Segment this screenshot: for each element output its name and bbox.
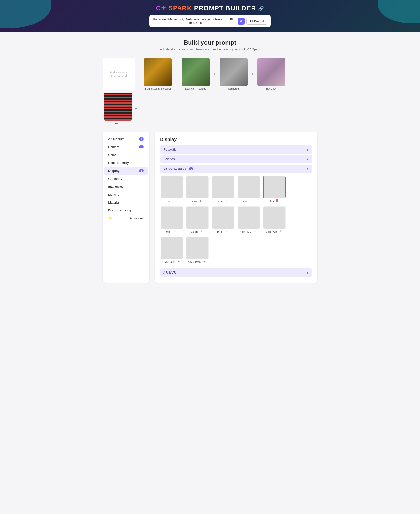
- card-label-6bit: 6-bit: [270, 200, 275, 202]
- prompt-image-card-2: Dashcam-Footage: [180, 58, 211, 90]
- thumb-2bit: [186, 176, 209, 198]
- chevron-down-icon-bit: ▼: [306, 167, 309, 170]
- prompt-image-card-3: Schlieren: [218, 58, 249, 90]
- prompt-bar-text: Illuminated Manuscript, Dashcam-Footage,…: [153, 17, 236, 24]
- sidebar-item-art-medium[interactable]: Art Medium 1: [104, 135, 148, 143]
- prompt-image-card-5: 6-bit: [103, 93, 133, 125]
- card-label-8bit-rgb: 8-bit RGB: [266, 230, 277, 233]
- accordion-header-ar-vr[interactable]: AR & VR ▲: [160, 268, 312, 277]
- card-footer-12bit-rgb: 12-bit RGB +: [160, 259, 183, 264]
- sidebar-item-camera[interactable]: Camera 3: [104, 143, 148, 151]
- add-btn-3[interactable]: +: [249, 71, 256, 77]
- title-cf: C✦: [156, 4, 166, 12]
- sidebar-label-color: Color: [108, 153, 116, 157]
- chevron-up-icon: ▲: [306, 148, 309, 151]
- accordion-header-bit-architectures[interactable]: Bit Architectures 1 ▼: [160, 165, 312, 173]
- add-btn-2[interactable]: +: [211, 71, 218, 77]
- add-btn-1[interactable]: +: [174, 71, 180, 77]
- add-btn-12bit-rgb[interactable]: +: [176, 259, 181, 264]
- initial-prompt-box[interactable]: Add your initial prompt here!: [103, 58, 135, 90]
- sidebar-label-post-processing: Post-processing: [108, 209, 131, 212]
- bit-card-8bit: 8-bit +: [160, 206, 183, 234]
- prompt-image-card-1: Illuminated Manuscript: [143, 58, 173, 90]
- thumb-4bit: [238, 176, 260, 198]
- card-label-3bit: 3-bit: [218, 200, 222, 203]
- add-btn-4bit[interactable]: +: [250, 198, 254, 203]
- sidebar-item-advanced[interactable]: ✨ Advanced: [104, 214, 148, 222]
- image-label-5: 6-bit: [115, 122, 120, 125]
- prompt-button[interactable]: 🖼 Prompt: [246, 18, 267, 24]
- card-label-1bit: 1-bit: [166, 200, 171, 203]
- accordion-palettes: Palettes ▲: [160, 155, 312, 163]
- prompt-button-label: Prompt: [254, 19, 264, 23]
- sidebar-label-lighting: Lighting: [108, 193, 119, 196]
- copy-button[interactable]: ⧉: [238, 18, 245, 24]
- page-title: Build your prompt: [103, 39, 317, 46]
- sidebar-item-lighting[interactable]: Lighting: [104, 191, 148, 198]
- image-6bit: [104, 93, 132, 121]
- add-btn-16bit[interactable]: +: [225, 229, 229, 234]
- app-title: C✦ SPARK PROMPT BUILDER 🔗: [0, 4, 420, 12]
- card-label-4bit-rgb: 4-bit RGB: [240, 230, 251, 233]
- thumb-12bit-rgb: [161, 237, 183, 259]
- sidebar: Art Medium 1 Camera 3 Color Dimensionali…: [103, 132, 149, 283]
- thumb-8bit: [161, 206, 183, 229]
- accordion-ar-vr: AR & VR ▲: [160, 268, 312, 277]
- image-illuminated: [144, 58, 172, 86]
- add-btn-3bit[interactable]: +: [224, 198, 229, 203]
- display-panel: Display Resolution ▲ Palettes ▲ Bit Arch…: [155, 132, 317, 283]
- sidebar-item-color[interactable]: Color: [104, 151, 148, 159]
- bit-card-16bit: 16-bit +: [211, 206, 235, 234]
- sidebar-item-dimensionality[interactable]: Dimensionality: [104, 159, 148, 167]
- thumb-3bit: [212, 176, 234, 198]
- bit-card-12bit: 12-bit +: [186, 206, 209, 234]
- card-label-2bit: 2-bit: [192, 200, 197, 203]
- thumb-12bit: [186, 206, 209, 229]
- card-label-16bit: 16-bit: [217, 230, 223, 233]
- sidebar-item-material[interactable]: Material: [104, 199, 148, 206]
- sidebar-label-display: Display: [108, 169, 120, 173]
- sidebar-label-art-medium: Art Medium: [108, 137, 124, 141]
- accordion-label-bit-architectures: Bit Architectures 1: [163, 167, 194, 170]
- add-btn-8bit[interactable]: +: [173, 229, 177, 234]
- sidebar-label-camera: Camera: [108, 145, 120, 149]
- card-label-12bit-rgb: 12-bit RGB: [162, 261, 175, 264]
- accordion-label-palettes: Palettes: [163, 157, 175, 161]
- sidebar-item-post-processing[interactable]: Post-processing: [104, 207, 148, 214]
- bottom-section: Art Medium 1 Camera 3 Color Dimensionali…: [103, 132, 317, 283]
- accordion-label-ar-vr: AR & VR: [163, 271, 176, 274]
- card-footer-8bit: 8-bit +: [160, 229, 183, 234]
- card-footer-6bit: 6-bit 🗑: [263, 198, 286, 202]
- accordion-header-resolution[interactable]: Resolution ▲: [160, 145, 312, 154]
- sidebar-item-geometry[interactable]: Geometry: [104, 175, 148, 182]
- sidebar-badge-art-medium: 1: [139, 137, 144, 141]
- add-btn-5[interactable]: +: [133, 106, 140, 112]
- thumb-4bit-rgb: [238, 206, 260, 229]
- add-btn-16bit-rgb[interactable]: +: [202, 259, 207, 264]
- bit-card-16bit-rgb: 16-bit RGB +: [186, 237, 209, 264]
- sidebar-label-material: Material: [108, 201, 120, 204]
- sidebar-badge-display: 1: [139, 169, 144, 172]
- add-btn-2bit[interactable]: +: [198, 198, 203, 203]
- sidebar-item-intangibles[interactable]: Intangibles: [104, 183, 148, 190]
- main-content: Build your prompt Add details to your pr…: [98, 32, 322, 290]
- card-footer-4bit-rgb: 4-bit RGB +: [237, 229, 260, 234]
- add-btn-8bit-rgb[interactable]: +: [278, 229, 283, 234]
- add-btn-4[interactable]: +: [287, 71, 293, 77]
- add-btn-1bit[interactable]: +: [173, 198, 177, 203]
- accordion-header-palettes[interactable]: Palettes ▲: [160, 155, 312, 163]
- chevron-up-icon-palettes: ▲: [306, 158, 309, 161]
- image-label-2: Dashcam-Footage: [185, 87, 207, 90]
- sidebar-label-geometry: Geometry: [108, 177, 122, 181]
- add-btn-0[interactable]: +: [136, 71, 142, 77]
- resize-handle[interactable]: [132, 87, 134, 89]
- sidebar-badge-camera: 3: [139, 145, 144, 148]
- add-btn-12bit[interactable]: +: [199, 229, 204, 234]
- thumb-6bit: [263, 176, 285, 198]
- sidebar-label-dimensionality: Dimensionality: [108, 161, 129, 165]
- delete-btn-6bit[interactable]: 🗑: [276, 199, 279, 202]
- bit-card-12bit-rgb: 12-bit RGB +: [160, 237, 183, 264]
- card-footer-4bit: 4-bit +: [237, 198, 260, 203]
- add-btn-4bit-rgb[interactable]: +: [253, 229, 257, 234]
- sidebar-item-display[interactable]: Display 1: [104, 167, 148, 175]
